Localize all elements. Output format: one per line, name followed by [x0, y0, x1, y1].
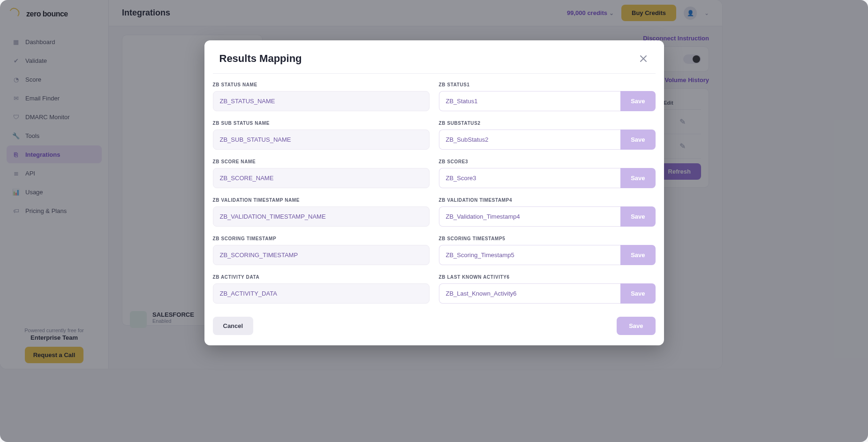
source-field-input — [213, 168, 430, 188]
source-field-input — [213, 206, 430, 227]
row-save-button[interactable]: Save — [620, 130, 655, 150]
field-label: ZB SCORING TIMESTAMP — [213, 236, 430, 241]
field-label: ZB SUBSTATUS2 — [439, 121, 656, 126]
source-field-input — [213, 130, 430, 150]
field-label: ZB VALIDATION TIMESTAMP4 — [439, 198, 656, 203]
field-label: ZB SCORING TIMESTAMP5 — [439, 236, 656, 241]
field-label: ZB SCORE3 — [439, 159, 656, 164]
row-save-button[interactable]: Save — [620, 283, 655, 304]
row-save-button[interactable]: Save — [620, 168, 655, 188]
target-field-input[interactable] — [439, 283, 621, 304]
field-label: ZB SUB STATUS NAME — [213, 121, 430, 126]
save-button[interactable]: Save — [617, 317, 655, 335]
close-icon[interactable] — [638, 53, 649, 64]
field-label: ZB SCORE NAME — [213, 159, 430, 164]
source-field-input — [213, 283, 430, 304]
row-save-button[interactable]: Save — [620, 245, 655, 265]
modal-title: Results Mapping — [219, 53, 302, 65]
target-field-input[interactable] — [439, 130, 621, 150]
field-label: ZB VALIDATION TIMESTAMP NAME — [213, 198, 430, 203]
source-field-input — [213, 245, 430, 265]
target-field-input[interactable] — [439, 245, 621, 265]
target-field-input[interactable] — [439, 91, 621, 111]
source-field-input — [213, 91, 430, 111]
field-label: ZB STATUS1 — [439, 82, 656, 87]
row-save-button[interactable]: Save — [620, 206, 655, 227]
results-mapping-modal: Results Mapping ZB STATUS NAMEZB STATUS1… — [204, 40, 664, 345]
cancel-button[interactable]: Cancel — [213, 317, 254, 335]
modal-overlay[interactable]: Results Mapping ZB STATUS NAMEZB STATUS1… — [0, 0, 868, 442]
field-label: ZB STATUS NAME — [213, 82, 430, 87]
row-save-button[interactable]: Save — [620, 91, 655, 111]
target-field-input[interactable] — [439, 206, 621, 227]
target-field-input[interactable] — [439, 168, 621, 188]
field-label: ZB LAST KNOWN ACTIVITY6 — [439, 274, 656, 280]
field-label: ZB ACTIVITY DATA — [213, 274, 430, 280]
